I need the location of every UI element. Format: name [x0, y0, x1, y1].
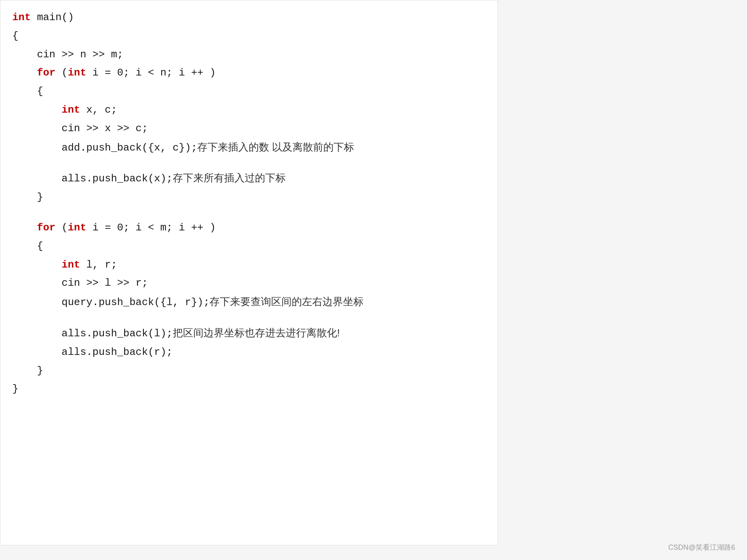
code-token: int — [62, 256, 80, 274]
code-token: ( — [55, 64, 68, 82]
code-token: for — [37, 64, 55, 82]
code-line: int x, c; — [12, 101, 486, 119]
code-line: int main() — [12, 8, 486, 27]
code-line: { — [12, 82, 486, 101]
code-line: cin >> x >> c; — [12, 119, 486, 138]
code-line: alls.push_back(l); 把区间边界坐标也存进去进行离散化! — [12, 324, 486, 343]
code-token: main() — [31, 8, 74, 27]
code-line: for (int i = 0; i < n; i ++ ) — [12, 64, 486, 82]
code-token: } — [12, 380, 19, 398]
code-token — [12, 219, 37, 237]
code-token: cin >> n >> m; — [12, 45, 123, 64]
code-token: 把区间边界坐标也存进去进行离散化! — [173, 324, 340, 342]
code-token: 存下来插入的数 以及离散前的下标 — [197, 138, 354, 156]
code-line: cin >> l >> r; — [12, 274, 486, 292]
code-line: { — [12, 237, 486, 256]
code-line: alls.push_back(r); — [12, 343, 486, 362]
code-line: query.push_back({l, r}); 存下来要查询区间的左右边界坐标 — [12, 292, 486, 312]
code-block: int main(){ cin >> n >> m; for (int i = … — [0, 0, 498, 545]
code-token: { — [12, 237, 43, 256]
code-token: i = 0; i < n; i ++ ) — [86, 64, 216, 82]
code-token: ( — [55, 219, 68, 237]
code-token — [12, 101, 62, 119]
code-token: x, c; — [80, 101, 117, 119]
code-line: cin >> n >> m; — [12, 45, 486, 64]
code-line: for (int i = 0; i < m; i ++ ) — [12, 219, 486, 237]
code-token: i = 0; i < m; i ++ ) — [86, 219, 216, 237]
code-token: for — [37, 219, 55, 237]
code-token: alls.push_back(x); — [12, 170, 173, 188]
code-token: cin >> x >> c; — [12, 119, 148, 138]
code-line: } — [12, 188, 486, 207]
code-line — [12, 157, 486, 169]
code-line: } — [12, 362, 486, 380]
code-line: } — [12, 380, 486, 398]
watermark: CSDN@笑看江湖路6 — [668, 543, 735, 552]
code-line — [12, 312, 486, 324]
code-token: query.push_back({l, r}); — [12, 293, 209, 312]
code-token: alls.push_back(r); — [12, 343, 173, 362]
code-line — [12, 207, 486, 219]
code-token: { — [12, 82, 43, 101]
code-token: } — [12, 362, 43, 380]
code-line: { — [12, 27, 486, 45]
code-token — [12, 64, 37, 82]
code-token: alls.push_back(l); — [12, 324, 173, 343]
code-token: add.push_back({x, c}); — [12, 139, 197, 157]
code-token: 存下来要查询区间的左右边界坐标 — [209, 292, 364, 311]
code-line: alls.push_back(x); 存下来所有插入过的下标 — [12, 169, 486, 188]
code-token — [12, 256, 62, 274]
code-token: int — [62, 101, 80, 119]
code-token: l, r; — [80, 256, 117, 274]
code-token: int — [68, 64, 86, 82]
code-line: int l, r; — [12, 256, 486, 274]
code-token: int — [12, 8, 31, 27]
code-token: int — [68, 219, 86, 237]
code-line: add.push_back({x, c}); 存下来插入的数 以及离散前的下标 — [12, 138, 486, 157]
code-token: { — [12, 27, 19, 45]
code-token: cin >> l >> r; — [12, 274, 148, 292]
code-token: } — [12, 188, 43, 207]
code-token: 存下来所有插入过的下标 — [173, 169, 286, 187]
